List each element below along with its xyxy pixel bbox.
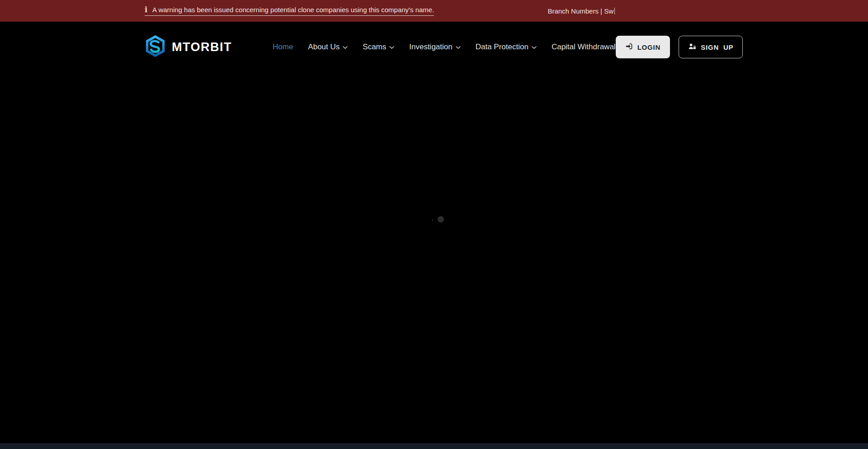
footer-bar — [0, 443, 868, 449]
chevron-down-icon — [532, 46, 537, 49]
login-button[interactable]: LOGIN — [616, 36, 670, 58]
page-loading-area — [0, 72, 868, 443]
branch-numbers-ticker: Branch Numbers | Sw — [547, 7, 615, 15]
login-label: LOGIN — [637, 43, 661, 51]
chevron-down-icon — [343, 46, 348, 49]
brand-logo[interactable]: MTORBIT — [145, 35, 232, 59]
loading-spinner-dot — [438, 216, 444, 222]
branch-numbers-ticker-text: Branch Numbers | Sw — [547, 7, 613, 15]
sign-in-icon — [625, 43, 633, 52]
main-nav: Home About Us Scams Investigation — [232, 43, 616, 52]
info-icon: i — [145, 6, 147, 14]
nav-item-home[interactable]: Home — [273, 43, 293, 52]
nav-item-data-protection[interactable]: Data Protection — [476, 43, 537, 52]
nav-item-capital-withdrawal[interactable]: Capital Withdrawal — [552, 43, 616, 52]
header-container: MTORBIT Home About Us Scams Investigatio… — [145, 22, 723, 72]
nav-label: About Us — [308, 43, 340, 52]
nav-label: Capital Withdrawal — [552, 43, 616, 52]
warning-banner-container: i A warning has been issued concerning p… — [145, 0, 723, 22]
nav-label: Data Protection — [476, 43, 528, 52]
clone-warning-text: A warning has been issued concerning pot… — [152, 6, 434, 14]
auth-buttons: LOGIN SIGN UP — [616, 36, 743, 58]
typing-cursor — [614, 8, 615, 14]
sign-up-button[interactable]: SIGN UP — [679, 36, 743, 58]
site-header: MTORBIT Home About Us Scams Investigatio… — [0, 22, 868, 72]
loading-spinner-dot — [432, 219, 434, 221]
hexagon-s-logo-icon — [145, 35, 166, 59]
chevron-down-icon — [456, 46, 461, 49]
brand-name: MTORBIT — [172, 40, 232, 54]
nav-item-about-us[interactable]: About Us — [308, 43, 348, 52]
nav-item-scams[interactable]: Scams — [363, 43, 394, 52]
nav-item-investigation[interactable]: Investigation — [409, 43, 460, 52]
nav-label: Scams — [363, 43, 386, 52]
sign-up-label: SIGN UP — [701, 43, 733, 51]
nav-label: Investigation — [409, 43, 452, 52]
clone-warning-link[interactable]: i A warning has been issued concerning p… — [145, 6, 434, 16]
warning-banner: i A warning has been issued concerning p… — [0, 0, 868, 22]
chevron-down-icon — [389, 46, 394, 49]
user-lock-icon — [688, 43, 696, 52]
nav-label: Home — [273, 43, 293, 52]
